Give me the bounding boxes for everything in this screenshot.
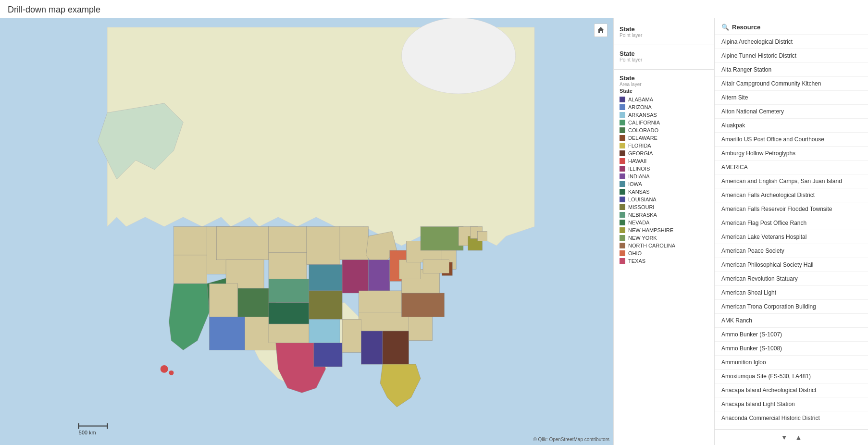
legend-color-swatch [620, 166, 625, 172]
resource-list-item[interactable]: American Philosophical Society Hall [715, 258, 868, 272]
resource-list[interactable]: Alpina Archeological DistrictAlpine Tunn… [715, 35, 868, 429]
legend-color-swatch [620, 143, 625, 148]
legend-item-label: NEVADA [628, 220, 649, 225]
map-area[interactable]: 500 km © Qlik: OpenStreetMap contributor… [0, 18, 613, 445]
legend-color-swatch [620, 220, 625, 225]
legend-item[interactable]: TEXAS [620, 257, 708, 265]
legend-item[interactable]: DELAWARE [620, 134, 708, 142]
svg-rect-24 [342, 260, 368, 293]
legend-item[interactable]: NEBRASKA [620, 211, 708, 219]
legend-item-label: GEORGIA [628, 150, 653, 156]
legend-item[interactable]: HAWAII [620, 157, 708, 165]
legend-item-label: ARIZONA [628, 104, 652, 110]
legend-item-label: COLORADO [628, 127, 658, 133]
legend-color-swatch [620, 127, 625, 133]
svg-rect-4 [174, 227, 207, 255]
svg-rect-37 [421, 227, 463, 250]
resource-list-item[interactable]: Ammo Bunker (S-1008) [715, 342, 868, 356]
legend-item-label: CALIFORNIA [628, 120, 660, 125]
page-title: Drill-down map example [0, 0, 868, 18]
svg-rect-30 [361, 331, 383, 364]
legend-point-title-1: State [620, 25, 708, 33]
main-content: 500 km © Qlik: OpenStreetMap contributor… [0, 18, 868, 445]
legend-item[interactable]: GEORGIA [620, 149, 708, 157]
legend-item[interactable]: NEVADA [620, 219, 708, 226]
legend-item[interactable]: NEW HAMPSHIRE [620, 226, 708, 234]
resource-list-item[interactable]: American Revolution Statuary [715, 272, 868, 286]
resource-list-item[interactable]: Altair Campground Community Kitchen [715, 77, 868, 91]
resource-list-item[interactable]: American Peace Society [715, 244, 868, 258]
legend-point-layer-1: State Point layer [614, 23, 714, 43]
legend-color-swatch [620, 243, 625, 248]
legend-color-swatch [620, 173, 625, 179]
svg-rect-18 [307, 227, 340, 265]
legend-item[interactable]: ALABAMA [620, 96, 708, 103]
resource-list-item[interactable]: American Shoal Light [715, 286, 868, 300]
resource-list-item[interactable]: Amarillo US Post Office and Courthouse [715, 133, 868, 147]
resource-list-item[interactable]: Altern Site [715, 91, 868, 105]
resource-list-item[interactable]: Anacapa Island Archeological District [715, 383, 868, 397]
legend-color-swatch [620, 104, 625, 110]
legend-point-subtitle-2: Point layer [620, 57, 708, 62]
legend-item-label: TEXAS [628, 258, 645, 264]
resource-list-item[interactable]: AMERICA [715, 161, 868, 174]
svg-rect-31 [383, 331, 409, 364]
resource-list-item[interactable]: American Lake Veterans Hospital [715, 230, 868, 244]
legend-item[interactable]: NEW YORK [620, 234, 708, 242]
legend-item[interactable]: LOUISIANA [620, 196, 708, 203]
resource-list-item[interactable]: Alta Ranger Station [715, 63, 868, 77]
legend-color-swatch [620, 97, 625, 102]
svg-rect-19 [309, 265, 342, 291]
resource-list-item[interactable]: American Falls Reservoir Flooded Townsit… [715, 202, 868, 216]
legend-item[interactable]: IOWA [620, 180, 708, 188]
legend-item[interactable]: ARIZONA [620, 103, 708, 111]
resource-list-item[interactable]: Aluakpak [715, 119, 868, 133]
legend-item[interactable]: FLORIDA [620, 142, 708, 149]
resource-list-item[interactable]: Amoxiumqua Site (FS-530, LA481) [715, 370, 868, 383]
resource-list-item[interactable]: American Trona Corporation Building [715, 300, 868, 314]
svg-rect-25 [368, 260, 389, 291]
legend-color-swatch [620, 212, 625, 218]
home-button[interactable] [594, 24, 608, 37]
resource-list-item[interactable]: Ammunition Igloo [715, 356, 868, 370]
resource-list-item[interactable]: Alton National Cemetery [715, 105, 868, 119]
svg-point-3 [169, 371, 174, 375]
resource-list-item[interactable]: American and English Camps, San Juan Isl… [715, 174, 868, 188]
legend-item[interactable]: KANSAS [620, 188, 708, 196]
legend-point-layer-2: State Point layer [614, 47, 714, 67]
svg-rect-22 [314, 343, 342, 367]
resource-list-item[interactable]: Amburgy Hollow Petroglyphs [715, 147, 868, 161]
resource-list-item[interactable]: Alpine Tunnel Historic District [715, 49, 868, 63]
legend-item[interactable]: NORTH CAROLINA [620, 242, 708, 249]
legend-item-label: KANSAS [628, 189, 650, 195]
resource-list-item[interactable]: Anacapa Island Light Station [715, 397, 868, 411]
resource-list-item[interactable]: AMK Ranch [715, 314, 868, 328]
resource-panel: 🔍 Resource Alpina Archeological District… [714, 18, 868, 445]
legend-item-label: MISSOURI [628, 204, 654, 210]
scroll-down-button[interactable]: ▼ [779, 433, 790, 442]
legend-item-label: LOUISIANA [628, 197, 657, 202]
legend-color-swatch [620, 150, 625, 156]
scroll-up-button[interactable]: ▲ [794, 433, 804, 442]
legend-item-label: ALABAMA [628, 97, 653, 102]
legend-item[interactable]: INDIANA [620, 173, 708, 180]
resource-scroll-controls: ▼ ▲ [715, 429, 868, 445]
resource-list-item[interactable]: Ammo Bunker (S-1007) [715, 328, 868, 342]
legend-item[interactable]: OHIO [620, 249, 708, 257]
legend-item[interactable]: COLORADO [620, 126, 708, 134]
legend-item-label: OHIO [628, 250, 642, 256]
resource-list-item[interactable]: American Falls Archeological District [715, 188, 868, 202]
legend-item[interactable]: CALIFORNIA [620, 119, 708, 126]
resource-header: 🔍 Resource [715, 18, 868, 35]
legend-item[interactable]: ILLINOIS [620, 165, 708, 173]
svg-rect-15 [269, 279, 309, 302]
resource-list-item[interactable]: Anaconda Commercial Historic District [715, 411, 868, 425]
legend-item[interactable]: MISSOURI [620, 203, 708, 211]
resource-list-item[interactable]: Alpina Archeological District [715, 35, 868, 49]
svg-rect-44 [478, 232, 487, 241]
svg-rect-14 [269, 253, 307, 279]
legend-item[interactable]: ARKANSAS [620, 111, 708, 119]
resource-list-item[interactable]: American Flag Post Office Ranch [715, 216, 868, 230]
svg-rect-21 [309, 319, 340, 343]
legend-area-layer: State Area layer State ALABAMAARIZONAARK… [614, 72, 714, 268]
